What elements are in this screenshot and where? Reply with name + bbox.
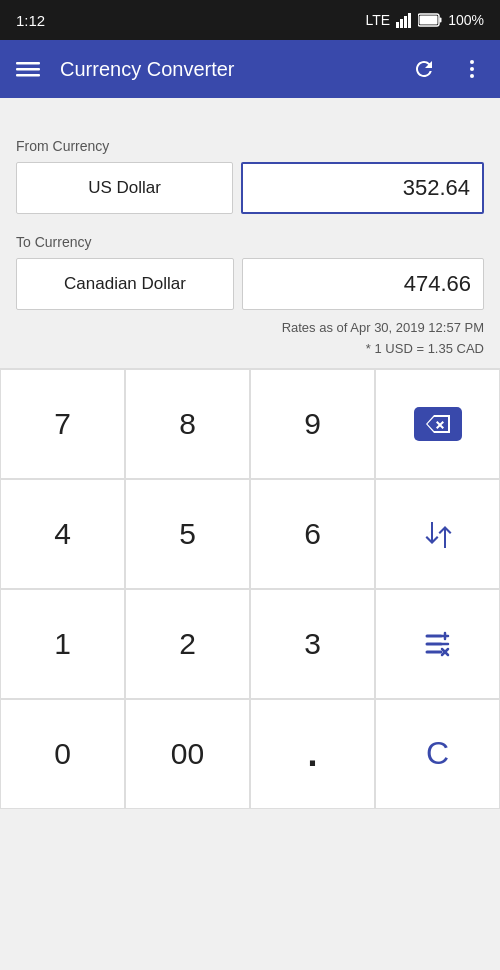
- from-amount-input[interactable]: 352.64: [241, 162, 484, 214]
- battery-label: 100%: [448, 12, 484, 28]
- app-bar: Currency Converter: [0, 40, 500, 98]
- rates-info: Rates as of Apr 30, 2019 12:57 PM * 1 US…: [16, 318, 484, 368]
- app-title: Currency Converter: [60, 58, 392, 81]
- svg-rect-5: [440, 18, 442, 23]
- from-currency-selector[interactable]: US Dollar: [16, 162, 233, 214]
- rates-line2: * 1 USD = 1.35 CAD: [16, 339, 484, 360]
- keypad: 7 8 9 4 5 6 1 2 3 0 00 . C: [0, 368, 500, 809]
- to-label: To Currency: [16, 234, 484, 250]
- menu-icon[interactable]: [12, 53, 44, 85]
- svg-point-12: [470, 74, 474, 78]
- key-operations[interactable]: [375, 589, 500, 699]
- key-00[interactable]: 00: [125, 699, 250, 809]
- from-label: From Currency: [16, 138, 484, 154]
- key-0[interactable]: 0: [0, 699, 125, 809]
- svg-rect-9: [16, 74, 40, 77]
- network-label: LTE: [366, 12, 391, 28]
- key-2[interactable]: 2: [125, 589, 250, 699]
- svg-rect-1: [400, 19, 403, 28]
- status-right: LTE 100%: [366, 12, 484, 28]
- more-icon[interactable]: [456, 53, 488, 85]
- svg-point-11: [470, 67, 474, 71]
- signal-icon: [396, 12, 412, 28]
- svg-rect-0: [396, 22, 399, 28]
- key-4[interactable]: 4: [0, 479, 125, 589]
- svg-point-10: [470, 60, 474, 64]
- refresh-icon[interactable]: [408, 53, 440, 85]
- swap-icon: [424, 518, 452, 550]
- operations-icon: [423, 629, 453, 659]
- rates-line1: Rates as of Apr 30, 2019 12:57 PM: [16, 318, 484, 339]
- status-bar: 1:12 LTE 100%: [0, 0, 500, 40]
- main-content: From Currency US Dollar 352.64 To Curren…: [0, 98, 500, 368]
- to-currency-row: Canadian Dollar 474.66: [16, 258, 484, 310]
- key-8[interactable]: 8: [125, 369, 250, 479]
- key-1[interactable]: 1: [0, 589, 125, 699]
- key-3[interactable]: 3: [250, 589, 375, 699]
- key-clear[interactable]: C: [375, 699, 500, 809]
- key-decimal[interactable]: .: [250, 699, 375, 809]
- status-time: 1:12: [16, 12, 45, 29]
- key-swap[interactable]: [375, 479, 500, 589]
- key-5[interactable]: 5: [125, 479, 250, 589]
- svg-rect-8: [16, 68, 40, 71]
- key-6[interactable]: 6: [250, 479, 375, 589]
- key-7[interactable]: 7: [0, 369, 125, 479]
- to-currency-selector[interactable]: Canadian Dollar: [16, 258, 234, 310]
- svg-rect-3: [408, 13, 411, 28]
- key-9[interactable]: 9: [250, 369, 375, 479]
- svg-rect-7: [16, 62, 40, 65]
- to-amount-display: 474.66: [242, 258, 484, 310]
- backspace-icon: [424, 413, 452, 435]
- svg-rect-2: [404, 16, 407, 28]
- from-currency-row: US Dollar 352.64: [16, 162, 484, 214]
- battery-icon: [418, 13, 442, 27]
- key-backspace[interactable]: [375, 369, 500, 479]
- svg-rect-6: [420, 16, 438, 25]
